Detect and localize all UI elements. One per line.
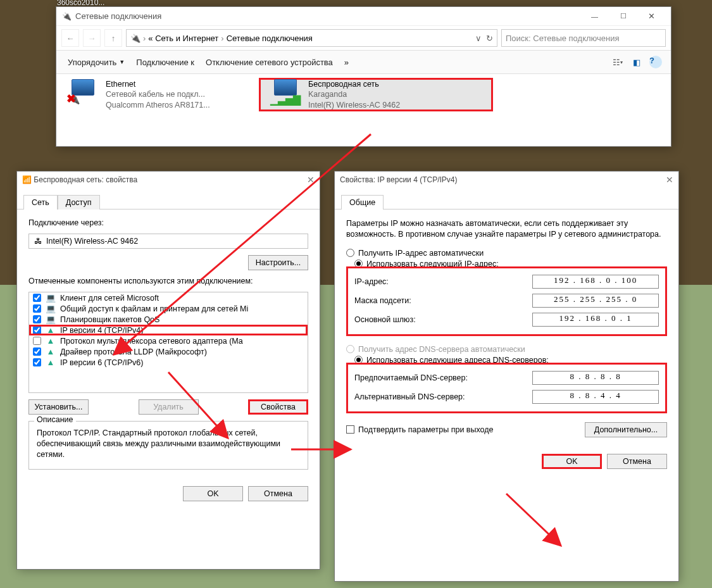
ip-label: IP-адрес: xyxy=(354,277,532,286)
connect-via-label: Подключение через: xyxy=(28,218,308,227)
subnet-mask-input[interactable]: 255 . 255 . 255 . 0 xyxy=(532,294,659,308)
remove-button: Удалить xyxy=(139,399,199,415)
tab-general[interactable]: Общие xyxy=(341,195,384,210)
radio-manual-dns[interactable]: Использовать следующие адреса DNS-сервер… xyxy=(352,356,551,365)
close-button[interactable]: ✕ xyxy=(666,175,673,185)
ipv4-properties-dialog: Свойства: IP версии 4 (TCP/IPv4) ✕ Общие… xyxy=(334,171,679,582)
adapter-field: 🖧Intel(R) Wireless-AC 9462 xyxy=(28,234,308,249)
search-input[interactable]: Поиск: Сетевые подключения xyxy=(501,29,666,47)
components-listbox[interactable]: 💻Клиент для сетей Microsoft 💻Общий досту… xyxy=(28,292,308,393)
window-title: Сетевые подключения xyxy=(75,11,580,21)
list-item: ▲IP версии 6 (TCP/IPv6) xyxy=(29,357,308,368)
ip-address-input[interactable]: 192 . 168 . 0 . 100 xyxy=(532,275,659,289)
tab-access[interactable]: Доступ xyxy=(58,195,100,210)
cancel-button[interactable]: Отмена xyxy=(607,454,667,469)
nav-back-button[interactable]: ← xyxy=(61,29,79,47)
network-connections-window: 🔌 Сетевые подключения ← → ↑ 🔌 › « Сеть и… xyxy=(56,6,671,147)
preferred-dns-input[interactable]: 8 . 8 . 8 . 8 xyxy=(532,371,659,385)
adapter-ethernet[interactable]: 🔌✖ Ethernet Сетевой кабель не подкл... Q… xyxy=(56,78,259,111)
radio-auto-ip[interactable]: Получить IP-адрес автоматически xyxy=(346,249,667,258)
titlebar: 🔌 Сетевые подключения xyxy=(56,7,671,26)
help-icon[interactable]: ? xyxy=(647,54,665,70)
connect-to-button[interactable]: Подключение к xyxy=(131,55,199,70)
network-icon: 🔌 xyxy=(61,11,72,22)
maximize-button[interactable] xyxy=(609,7,637,26)
gateway-input[interactable]: 192 . 168 . 0 . 1 xyxy=(532,313,659,327)
view-details-icon[interactable]: ☷▾ xyxy=(609,54,627,70)
tab-network[interactable]: Сеть xyxy=(23,195,58,210)
wireless-icon: ▁▃▅▇ xyxy=(272,79,302,104)
address-bar: ← → ↑ 🔌 › « Сеть и Интернет › Сетевые по… xyxy=(56,26,671,50)
radio-auto-dns: Получить адрес DNS-сервера автоматически xyxy=(346,345,667,354)
list-item: 💻Клиент для сетей Microsoft xyxy=(29,292,308,303)
more-button[interactable]: » xyxy=(339,55,354,70)
manual-dns-group: Использовать следующие адреса DNS-сервер… xyxy=(346,363,667,413)
adapter-wireless[interactable]: ▁▃▅▇ Беспроводная сеть Karaganda Intel(R… xyxy=(259,78,493,111)
adapter-icon: 📶 xyxy=(22,175,32,184)
description-group: Описание Протокол TCP/IP. Стандартный пр… xyxy=(28,421,308,470)
disable-device-button[interactable]: Отключение сетевого устройства xyxy=(201,55,338,70)
dns2-label: Альтернативный DNS-сервер: xyxy=(354,392,532,401)
dns1-label: Предпочитаемый DNS-сервер: xyxy=(354,373,532,382)
manual-ip-group: Использовать следующий IP-адрес: IP-адре… xyxy=(346,266,667,336)
close-button[interactable] xyxy=(637,7,666,26)
radio-manual-ip[interactable]: Использовать следующий IP-адрес: xyxy=(352,260,501,268)
ok-button[interactable]: OK xyxy=(183,486,243,501)
nav-up-button[interactable]: ↑ xyxy=(104,29,122,47)
network-icon: 🔌 xyxy=(130,34,141,43)
install-button[interactable]: Установить... xyxy=(28,399,89,415)
list-item: ▲Драйвер протокола LLDP (Майкрософт) xyxy=(29,346,308,357)
preview-pane-icon[interactable]: ◧ xyxy=(628,54,646,70)
dialog-title: Беспроводная сеть: свойства xyxy=(34,175,137,184)
wireless-properties-dialog: 📶 Беспроводная сеть: свойства ✕ Сеть Дос… xyxy=(16,171,320,570)
properties-button[interactable]: Свойства xyxy=(248,399,308,415)
nav-forward-button[interactable]: → xyxy=(83,29,101,47)
list-item: ▲Протокол мультиплексора сетевого адапте… xyxy=(29,335,308,346)
dialog-title: Свойства: IP версии 4 (TCP/IPv4) xyxy=(340,175,458,184)
ok-button[interactable]: OK xyxy=(542,454,602,469)
dialog-titlebar: 📶 Беспроводная сеть: свойства ✕ xyxy=(17,172,320,188)
alternate-dns-input[interactable]: 8 . 8 . 4 . 4 xyxy=(532,390,659,404)
advanced-button[interactable]: Дополнительно... xyxy=(585,422,667,437)
toolbar: Упорядочить▼ Подключение к Отключение се… xyxy=(56,50,671,74)
gateway-label: Основной шлюз: xyxy=(354,315,532,324)
list-item: 💻Планировщик пакетов QoS xyxy=(29,314,308,325)
dialog-titlebar: Свойства: IP версии 4 (TCP/IPv4) ✕ xyxy=(335,172,678,188)
cancel-button[interactable]: Отмена xyxy=(248,486,308,501)
configure-button[interactable]: Настроить... xyxy=(248,255,308,270)
validate-checkbox[interactable]: Подтвердить параметры при выходе xyxy=(346,425,494,434)
breadcrumb[interactable]: 🔌 › « Сеть и Интернет › Сетевые подключе… xyxy=(126,29,497,47)
list-item: 💻Общий доступ к файлам и принтерам для с… xyxy=(29,303,308,314)
organize-menu[interactable]: Упорядочить▼ xyxy=(63,55,130,70)
components-label: Отмеченные компоненты используются этим … xyxy=(28,277,308,285)
intro-text: Параметры IP можно назначать автоматичес… xyxy=(346,218,667,240)
minimize-button[interactable] xyxy=(580,7,609,26)
list-item-ipv4[interactable]: ▲IP версии 4 (TCP/IPv4) xyxy=(29,325,308,335)
mask-label: Маска подсети: xyxy=(354,296,532,305)
ethernet-icon: 🔌✖ xyxy=(69,79,99,104)
close-button[interactable]: ✕ xyxy=(307,175,315,185)
